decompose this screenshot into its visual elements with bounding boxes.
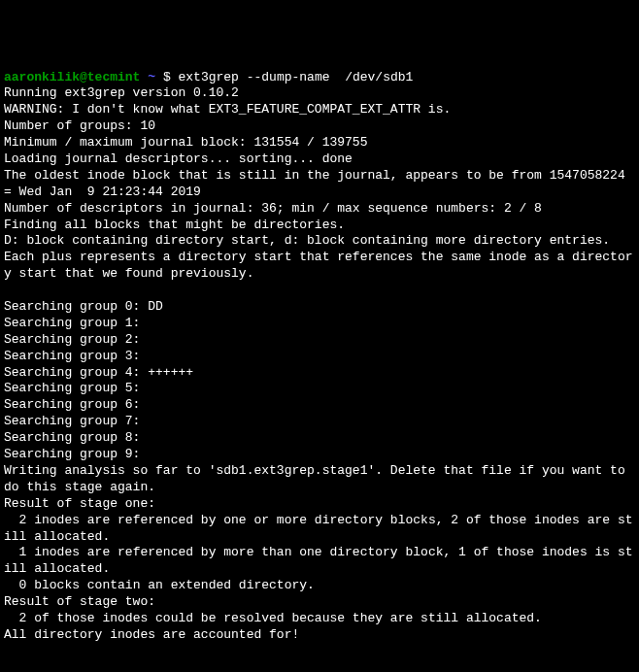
prompt-dollar: $ — [163, 70, 171, 84]
output-line: Searching group 5: — [4, 381, 140, 395]
output-line: Searching group 6: — [4, 397, 140, 412]
output-line: Finding all blocks that might be directo… — [4, 218, 345, 232]
output-line: WARNING: I don't know what EXT3_FEATURE_… — [4, 102, 451, 117]
output-line: All directory inodes are accounted for! — [4, 627, 299, 642]
output-line: Result of stage two: — [4, 594, 155, 609]
output-line: Searching group 4: ++++++ — [4, 365, 193, 380]
output-line: The oldest inode block that is still in … — [4, 168, 633, 199]
output-line: Searching group 1: — [4, 316, 140, 330]
output-line: Running ext3grep version 0.10.2 — [4, 85, 239, 100]
output-line: Writing analysis so far to 'sdb1.ext3gre… — [4, 463, 633, 494]
output-line: 2 inodes are referenced by one or more d… — [4, 513, 633, 544]
output-line: Searching group 3: — [4, 349, 140, 363]
output-line: Searching group 8: — [4, 430, 140, 445]
prompt-user: aaronkilik@tecmint — [4, 70, 140, 84]
prompt-tilde: ~ — [148, 70, 155, 84]
output-line: 2 of those inodes could be resolved beca… — [4, 611, 542, 625]
output-line: Number of descriptors in journal: 36; mi… — [4, 201, 542, 216]
output-line: Each plus represents a directory start t… — [4, 250, 633, 281]
output-line: D: block containing directory start, d: … — [4, 233, 610, 248]
output-line: 0 blocks contain an extended directory. — [4, 578, 315, 592]
command-input: ext3grep --dump-name /dev/sdb1 — [179, 70, 414, 84]
output-line: Searching group 0: DD — [4, 299, 163, 314]
output-line: Searching group 2: — [4, 332, 140, 347]
prompt-line-1: aaronkilik@tecmint ~ $ ext3grep --dump-n… — [4, 70, 413, 84]
output-line: Number of groups: 10 — [4, 118, 155, 133]
output-line: 1 inodes are referenced by more than one… — [4, 545, 633, 576]
terminal-window[interactable]: aaronkilik@tecmint ~ $ ext3grep --dump-n… — [4, 70, 635, 672]
output-line: Loading journal descriptors... sorting..… — [4, 151, 353, 166]
output-line: Searching group 9: — [4, 447, 140, 461]
output-line: Minimum / maximum journal block: 131554 … — [4, 135, 367, 150]
output-line: Searching group 7: — [4, 414, 140, 428]
output-line: Result of stage one: — [4, 496, 155, 511]
